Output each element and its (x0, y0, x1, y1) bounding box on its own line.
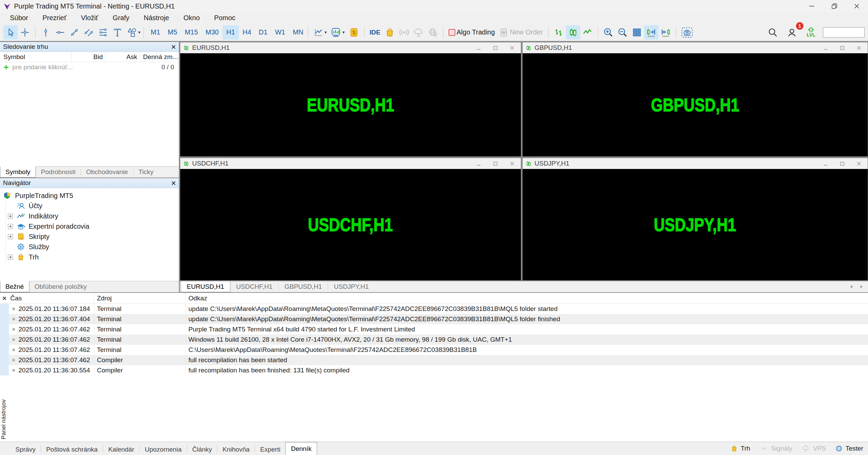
timeframe-mn-button[interactable]: MN (289, 25, 307, 40)
indicators-button[interactable]: ▾ (329, 25, 347, 40)
maximize-icon[interactable] (493, 161, 498, 166)
chart-window-eurusd[interactable]: EURUSD,H1 EURUSD,H1 (180, 42, 521, 157)
timeframe-d1-button[interactable]: D1 (255, 25, 271, 40)
chart-window-usdjpy[interactable]: USDJPY,H1 USDJPY,H1 (522, 158, 868, 281)
menu-prezriet[interactable]: Prezrieť (35, 13, 74, 23)
journal-row[interactable]: 2025.01.20 11:36:30.554 Compiler full re… (0, 365, 868, 375)
timeframe-h4-button[interactable]: H4 (239, 25, 255, 40)
menu-vlozit[interactable]: Vložiť (74, 13, 105, 23)
timeframe-m15-button[interactable]: M15 (181, 25, 202, 40)
line-chart-mode-button[interactable] (580, 25, 595, 40)
chart-window-usdchf[interactable]: USDCHF,H1 USDCHF,H1 (180, 158, 521, 281)
maximize-icon[interactable] (840, 161, 844, 166)
tab-upozornenia[interactable]: Upozornenia (140, 444, 187, 455)
candlestick-mode-button[interactable] (566, 25, 580, 40)
market-watch-close-button[interactable] (171, 45, 176, 49)
timeframe-h1-button[interactable]: H1 (223, 25, 239, 40)
window-minimize-button[interactable] (800, 0, 823, 12)
chart-window-titlebar[interactable]: USDJPY,H1 (523, 158, 868, 169)
tab-obchodovanie[interactable]: Obchodovanie (81, 167, 133, 177)
scroll-left-icon[interactable] (850, 285, 853, 289)
zoom-in-button[interactable] (601, 25, 615, 40)
tile-windows-button[interactable] (630, 25, 644, 40)
maximize-icon[interactable] (493, 46, 498, 50)
column-daily-change[interactable]: Denná zm... (140, 52, 179, 62)
channel-tool-button[interactable] (82, 25, 96, 40)
chart-canvas[interactable]: EURUSD,H1 (180, 53, 521, 156)
tab-oblubene-polozky[interactable]: Obľúbené položky (29, 281, 92, 292)
menu-pomoc[interactable]: Pomoc (207, 13, 242, 23)
algo-trading-button[interactable]: Algo Trading (446, 25, 497, 40)
close-icon[interactable] (857, 161, 861, 166)
column-bid[interactable]: Bid (71, 52, 105, 62)
timeframe-m1-button[interactable]: M1 (147, 25, 164, 40)
screenshot-button[interactable] (679, 25, 695, 40)
currency-button[interactable]: $ (347, 25, 361, 40)
chart-window-titlebar[interactable]: EURUSD,H1 (180, 42, 521, 53)
minimize-icon[interactable] (823, 46, 828, 50)
community-button[interactable] (426, 25, 440, 40)
market-button[interactable] (383, 25, 397, 40)
journal-row[interactable]: 2025.01.20 11:36:07.404 Terminal update … (0, 314, 868, 324)
new-order-button[interactable]: New Order (497, 25, 545, 40)
tab-ticky[interactable]: Ticky (133, 167, 159, 177)
expand-icon[interactable] (8, 214, 13, 219)
tree-root-purpletrading[interactable]: PurpleTrading MT5 (3, 190, 179, 201)
chart-canvas[interactable]: GBPUSD,H1 (523, 53, 868, 156)
column-odkaz[interactable]: Odkaz (186, 293, 868, 303)
tab-experti[interactable]: Experti (255, 444, 285, 455)
user-account-button[interactable]: 1 (785, 25, 799, 40)
tab-clanky[interactable]: Články (187, 444, 217, 455)
expand-icon[interactable] (8, 255, 13, 260)
chart-window-gbpusd[interactable]: GBPUSD,H1 GBPUSD,H1 (522, 42, 868, 157)
menu-okno[interactable]: Okno (176, 13, 207, 23)
menu-subor[interactable]: Súbor (3, 13, 35, 23)
chart-canvas[interactable]: USDCHF,H1 (180, 169, 521, 280)
shapes-tool-button[interactable]: ▾ (125, 25, 143, 40)
timeframe-m30-button[interactable]: M30 (202, 25, 223, 40)
tab-podrobnosti[interactable]: Podrobnosti (36, 167, 81, 177)
minimize-icon[interactable] (476, 161, 481, 166)
cloud-button[interactable] (411, 25, 426, 40)
tree-item-expertni-poradcovia[interactable]: Expertní poradcovia (6, 221, 179, 231)
status-tester-button[interactable]: Tester (836, 445, 863, 452)
chart-tab-eurusd[interactable]: EURUSD,H1 (181, 281, 230, 292)
journal-row[interactable]: 2025.01.20 11:36:07.462 Terminal Purple … (0, 324, 868, 335)
trendline-tool-button[interactable] (67, 25, 82, 40)
chart-window-titlebar[interactable]: USDCHF,H1 (180, 158, 521, 169)
fibonacci-tool-button[interactable] (96, 25, 110, 40)
shift-chart-button[interactable] (658, 25, 673, 40)
chart-tab-gbpusd[interactable]: GBPUSD,H1 (279, 281, 328, 292)
status-market-button[interactable]: Trh (731, 445, 750, 452)
toolbar-search-input[interactable] (823, 27, 865, 38)
tab-kalendar[interactable]: Kalendár (103, 444, 139, 455)
level-button[interactable]: LVL (804, 25, 818, 40)
minimize-icon[interactable] (476, 46, 481, 50)
tab-bezne[interactable]: Bežné (0, 281, 29, 292)
close-icon[interactable] (857, 46, 861, 50)
tab-dennik[interactable]: Denník (285, 442, 317, 455)
tab-spravy[interactable]: Správy (10, 444, 41, 455)
column-zdroj[interactable]: Zdroj (94, 293, 186, 303)
maximize-icon[interactable] (840, 46, 844, 50)
zoom-out-button[interactable] (615, 25, 630, 40)
tab-knihovna[interactable]: Knihovňa (217, 444, 255, 455)
window-restore-button[interactable] (823, 0, 845, 12)
tree-item-ucty[interactable]: Účty (6, 201, 179, 211)
bar-chart-mode-button[interactable] (552, 25, 566, 40)
timeframe-w1-button[interactable]: W1 (271, 25, 289, 40)
navigator-close-button[interactable] (171, 181, 176, 185)
status-vps-button[interactable]: VPS (802, 445, 826, 452)
scroll-right-icon[interactable] (860, 285, 863, 289)
minimize-icon[interactable] (823, 161, 828, 166)
chart-tab-usdjpy[interactable]: USDJPY,H1 (328, 281, 374, 292)
text-tool-button[interactable] (110, 25, 125, 40)
scroll-to-end-button[interactable] (644, 25, 658, 40)
signals-button[interactable] (397, 25, 411, 40)
journal-row[interactable]: 2025.01.20 11:36:07.184 Terminal update … (0, 304, 868, 314)
ide-button[interactable]: IDE (368, 25, 383, 40)
expand-icon[interactable] (8, 224, 13, 229)
horizontal-line-tool-button[interactable] (53, 25, 67, 40)
tree-item-skripty[interactable]: Skripty (6, 231, 179, 242)
journal-row[interactable]: 2025.01.20 11:36:07.462 Terminal C:\User… (0, 345, 868, 355)
